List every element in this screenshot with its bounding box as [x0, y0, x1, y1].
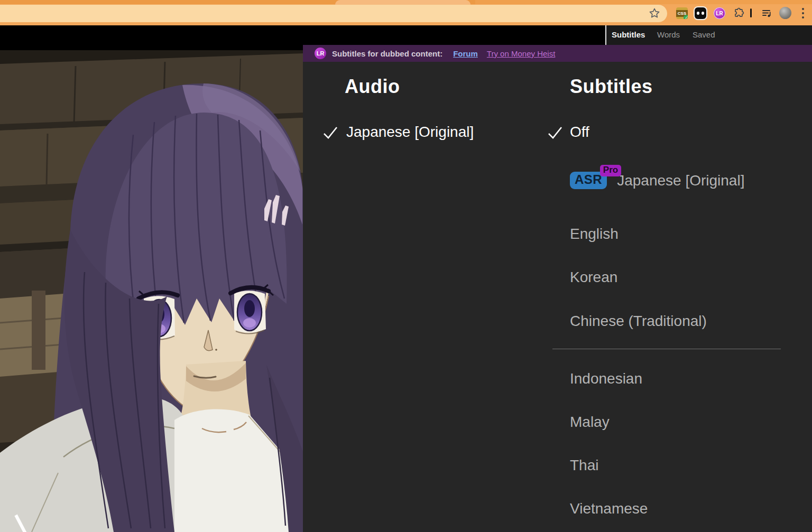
tab-saved[interactable]: Saved — [693, 29, 715, 41]
css-extension-icon[interactable]: CSS ✓ — [676, 7, 688, 19]
video-player-area[interactable] — [0, 25, 303, 532]
audio-column-title: Audio — [345, 76, 400, 98]
tab-strip-right — [475, 0, 812, 4]
toolbar-separator — [750, 8, 752, 17]
playlist-music-icon[interactable] — [761, 7, 773, 19]
language-reactor-toolbar-icon[interactable]: LR — [714, 7, 725, 19]
browser-menu-kebab-icon[interactable] — [801, 8, 805, 18]
tab-subtitles[interactable]: Subtitles — [612, 29, 645, 41]
subtitle-option-label: Japanese [Original] — [617, 172, 744, 189]
subtitle-option-vietnamese[interactable]: Vietnamese — [570, 500, 648, 517]
forum-link[interactable]: Forum — [453, 49, 478, 58]
money-heist-link[interactable]: Try on Money Heist — [487, 49, 556, 58]
audio-option-japanese[interactable]: Japanese [Original] — [346, 124, 474, 141]
profile-avatar[interactable] — [779, 7, 791, 19]
subtitle-option-malay[interactable]: Malay — [570, 414, 610, 431]
audio-selected-check-icon — [322, 126, 338, 139]
language-reactor-logo: LR — [315, 48, 326, 59]
subtitle-list-divider — [552, 349, 781, 349]
subtitle-option-korean[interactable]: Korean — [570, 269, 617, 286]
eyes-extension-icon[interactable] — [695, 7, 706, 19]
anime-video-frame — [0, 50, 303, 532]
bookmark-star-icon[interactable] — [649, 8, 660, 18]
pro-badge-text: Pro — [600, 165, 621, 176]
subtitle-option-off[interactable]: Off — [570, 124, 589, 141]
promo-banner: LR Subtitles for dubbed content: Forum T… — [303, 45, 812, 62]
subtitle-option-chinese-traditional[interactable]: Chinese (Traditional) — [570, 313, 707, 330]
subtitle-option-thai[interactable]: Thai — [570, 457, 598, 474]
active-browser-tab[interactable] — [335, 0, 470, 5]
subtitles-column-title: Subtitles — [570, 76, 653, 98]
address-bar[interactable] — [0, 5, 667, 22]
browser-toolbar: CSS ✓ LR — [0, 0, 812, 25]
green-check-icon: ✓ — [684, 15, 688, 19]
asr-pro-badge: ASR Pro — [570, 172, 607, 189]
subtitle-option-english[interactable]: English — [570, 226, 619, 242]
subtitle-option-japanese-asr[interactable]: ASR Pro Japanese [Original] — [570, 172, 744, 189]
tab-words[interactable]: Words — [657, 29, 680, 41]
subtitles-selected-check-icon — [547, 126, 563, 139]
subtitle-option-indonesian[interactable]: Indonesian — [570, 370, 642, 387]
banner-message: Subtitles for dubbed content: — [332, 49, 442, 58]
extensions-puzzle-icon[interactable] — [733, 7, 744, 19]
language-reactor-panel: LR Subtitles for dubbed content: Forum T… — [303, 45, 812, 532]
